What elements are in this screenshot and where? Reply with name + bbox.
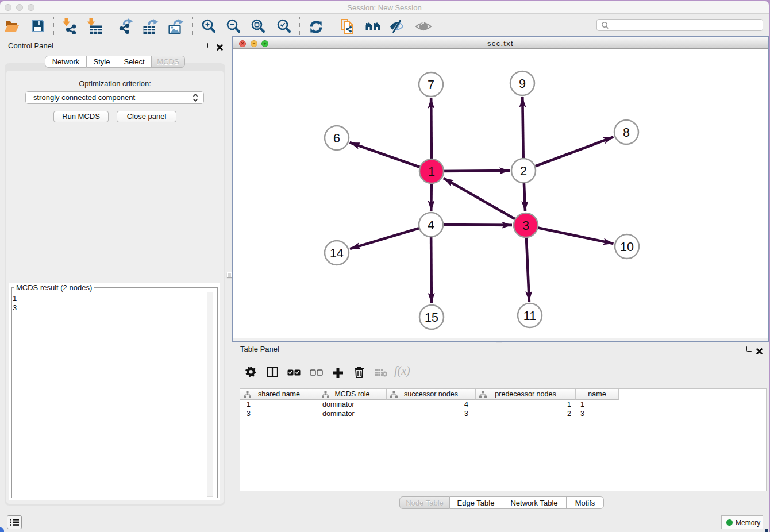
svg-text:9: 9 xyxy=(519,77,526,91)
svg-text:3: 3 xyxy=(522,219,529,233)
svg-text:10: 10 xyxy=(620,240,634,254)
svg-text:15: 15 xyxy=(425,311,438,325)
svg-text:4: 4 xyxy=(428,218,434,232)
svg-text:1: 1 xyxy=(428,165,435,179)
svg-text:7: 7 xyxy=(428,78,434,92)
svg-text:2: 2 xyxy=(520,164,527,178)
svg-text:6: 6 xyxy=(333,132,340,145)
svg-text:11: 11 xyxy=(523,309,536,323)
svg-text:14: 14 xyxy=(330,246,344,260)
svg-text:8: 8 xyxy=(623,126,630,140)
